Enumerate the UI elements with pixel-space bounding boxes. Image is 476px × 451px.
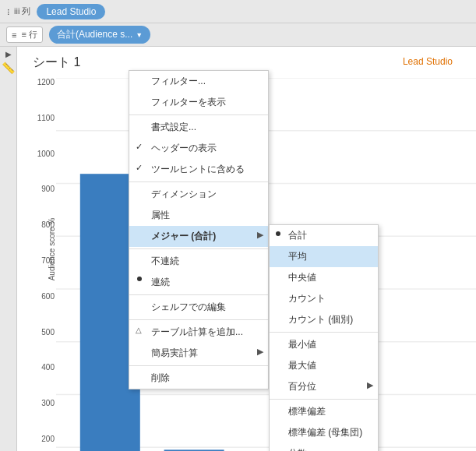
sub-menu: 合計 平均 中央値 カウント カウント (個別) 最小値 最大値 ▶ 百分位 標… (269, 224, 379, 451)
column-label: ⫶ iii 列 (6, 5, 30, 17)
menu-item-filter[interactable]: フィルター... (129, 71, 268, 92)
sub-menu-item-std-dev-pop[interactable]: 標準偏差 (母集団) (270, 422, 378, 443)
sub-menu-item-percentile[interactable]: ▶ 百分位 (270, 376, 378, 397)
y-tick: 1200 (30, 78, 55, 86)
row-icon: ≡ (12, 30, 16, 40)
y-tick: 400 (30, 363, 55, 372)
submenu-arrow-icon-pct: ▶ (367, 380, 373, 390)
sub-menu-item-std-dev[interactable]: 標準偏差 (270, 401, 378, 422)
menu-item-edit-shelf[interactable]: シェルフでの編集 (129, 297, 268, 318)
y-axis-ticks: 1200 1100 1000 900 800 700 600 500 400 3… (30, 78, 55, 443)
dot-icon (137, 277, 142, 281)
sub-menu-item-count-distinct[interactable]: カウント (個別) (270, 309, 378, 330)
y-tick: 1000 (30, 150, 55, 158)
menu-item-continuous[interactable]: 連続 (129, 272, 268, 293)
y-tick: 700 (30, 256, 55, 265)
menu-item-format[interactable]: 書式設定... (129, 117, 268, 138)
dropdown-arrow-icon: ▼ (136, 31, 143, 39)
context-menu: フィルター... フィルターを表示 書式設定... ✓ ヘッダーの表示 ✓ ツー… (129, 70, 269, 389)
lead-studio-pill[interactable]: Lead Studio (37, 4, 105, 19)
row-label: ≡ ≡ 行 (6, 26, 43, 43)
y-tick: 1100 (30, 114, 55, 122)
y-tick: 300 (30, 399, 55, 407)
column-icon: ⫶ (6, 7, 11, 16)
submenu-arrow-icon-2: ▶ (257, 347, 263, 357)
menu-separator-2 (129, 181, 268, 182)
top-toolbar: ⫶ iii 列 Lead Studio (0, 0, 476, 23)
sub-menu-item-min[interactable]: 最小値 (270, 334, 378, 355)
y-tick: 600 (30, 292, 55, 301)
sheet-title: シート 1 (33, 55, 80, 71)
menu-item-show-filter[interactable]: フィルターを表示 (129, 92, 268, 113)
sidebar-ruler[interactable]: 📏 (2, 62, 15, 75)
sub-menu-item-count[interactable]: カウント (270, 288, 378, 309)
sub-menu-item-average[interactable]: 平均 (270, 246, 378, 267)
y-tick: 200 (30, 435, 55, 443)
sub-menu-item-sum[interactable]: 合計 (270, 225, 378, 246)
menu-separator-4 (129, 294, 268, 295)
y-tick: 800 (30, 220, 55, 229)
audience-dropdown[interactable]: 合計(Audience s... ▼ (49, 26, 150, 44)
check-icon: ✓ (136, 142, 143, 152)
menu-item-show-header[interactable]: ✓ ヘッダーの表示 (129, 138, 268, 159)
y-tick: 900 (30, 185, 55, 193)
triangle-icon: △ (136, 326, 142, 334)
sub-menu-sep-1 (270, 332, 378, 333)
menu-item-add-table-calc[interactable]: △ テーブル計算を追加... (129, 322, 268, 343)
menu-item-discrete[interactable]: 不連続 (129, 251, 268, 272)
menu-item-include-tooltip[interactable]: ✓ ツールヒントに含める (129, 159, 268, 180)
menu-item-delete[interactable]: 削除 (129, 368, 268, 389)
sub-menu-item-median[interactable]: 中央値 (270, 267, 378, 288)
menu-separator-6 (129, 365, 268, 366)
menu-separator-3 (129, 248, 268, 249)
menu-separator-1 (129, 115, 268, 115)
menu-separator-5 (129, 319, 268, 320)
submenu-arrow-icon: ▶ (257, 230, 263, 240)
check-icon-2: ✓ (136, 163, 143, 173)
dot-icon-sum (276, 231, 280, 236)
sub-menu-sep-2 (270, 399, 378, 400)
menu-item-measure[interactable]: ▶ メジャー (合計) (129, 226, 268, 247)
menu-item-quick-calc[interactable]: ▶ 簡易実計算 (129, 343, 268, 364)
y-tick: 500 (30, 328, 55, 336)
menu-item-attribute[interactable]: 属性 (129, 205, 268, 226)
second-toolbar: ≡ ≡ 行 合計(Audience s... ▼ (0, 23, 476, 47)
left-sidebar: ▶ 📏 (0, 47, 17, 451)
chart-label: Lead Studio (403, 56, 453, 67)
sub-menu-item-max[interactable]: 最大値 (270, 355, 378, 376)
main-content: ▶ 📏 シート 1 Lead Studio Audience score % 1… (0, 47, 476, 451)
menu-item-dimension[interactable]: ディメンション (129, 184, 268, 205)
sub-menu-item-variance[interactable]: 分散 (270, 443, 378, 451)
sidebar-toggle[interactable]: ▶ (4, 50, 12, 58)
